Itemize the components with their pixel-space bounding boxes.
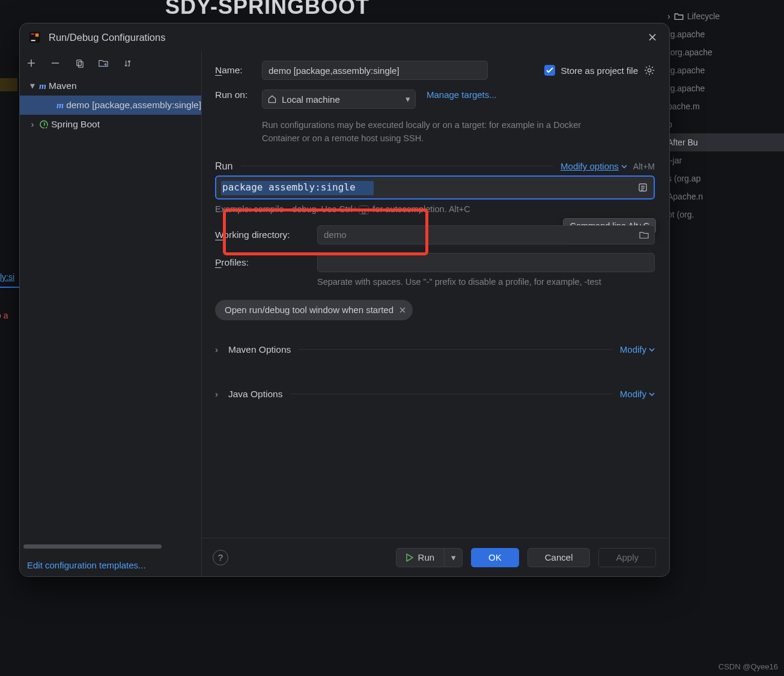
chevron-right-icon: › — [28, 119, 37, 130]
svg-point-10 — [648, 69, 651, 72]
svg-rect-1 — [31, 34, 34, 35]
question-icon: ? — [218, 552, 223, 562]
tree-maven-group[interactable]: ▾ m Maven — [20, 76, 201, 96]
config-editor: Name: Store as project file Run on: — [202, 51, 669, 576]
chevron-down-icon: ▾ — [451, 552, 456, 563]
close-button[interactable] — [645, 30, 660, 44]
add-config-button[interactable] — [25, 56, 38, 70]
chip-remove-button[interactable] — [400, 305, 406, 315]
chip-label: Open run/debug tool window when started — [225, 305, 394, 315]
expand-icon[interactable] — [638, 183, 648, 192]
bg-row-highlighted: After Bu — [664, 133, 784, 151]
apply-button[interactable]: Apply — [598, 548, 656, 567]
configurations-sidebar: az ▾ m Maven m demo [package,assembly:si… — [20, 51, 202, 576]
run-button[interactable]: Run — [397, 549, 445, 567]
bg-row: t-jar — [664, 151, 784, 169]
edit-templates-link[interactable]: Edit configuration templates... — [27, 560, 146, 570]
run-on-select[interactable]: Local machine ▾ — [262, 90, 416, 109]
background-right-panel: › Lifecycle rg.apache (org.apache rg.apa… — [664, 0, 784, 676]
run-split-button[interactable]: Run ▾ — [396, 548, 463, 567]
manage-targets-link[interactable]: Manage targets... — [427, 90, 497, 100]
profiles-hint: Separate with spaces. Use "-" prefix to … — [317, 277, 655, 287]
chevron-down-icon: ▾ — [406, 94, 410, 105]
run-on-value: Local machine — [282, 94, 340, 105]
maven-icon: m — [39, 81, 46, 91]
profiles-input[interactable] — [317, 253, 655, 272]
config-name-input[interactable] — [262, 61, 488, 80]
bg-row: rg.apache — [664, 79, 784, 97]
svg-rect-5 — [78, 61, 83, 67]
tree-label: Spring Boot — [51, 119, 100, 130]
chevron-down-icon — [621, 163, 627, 169]
sidebar-toolbar: az — [20, 51, 201, 75]
tree-label: demo [package,assembly:single] — [66, 100, 201, 111]
check-icon — [546, 67, 553, 73]
bg-row: Apache.n — [664, 187, 784, 206]
folder-add-icon — [99, 58, 108, 68]
svg-rect-3 — [35, 34, 38, 37]
bg-row: rg.apache — [664, 25, 784, 43]
chevron-down-icon — [649, 391, 655, 397]
help-button[interactable]: ? — [213, 550, 228, 565]
store-as-project-file-checkbox[interactable] — [544, 65, 555, 76]
section-label: Maven Options — [228, 344, 291, 355]
folder-icon[interactable] — [639, 231, 649, 239]
open-tool-window-chip[interactable]: Open run/debug tool window when started — [215, 300, 413, 320]
dialog-footer: ? Run ▾ OK Cancel Apply — [202, 538, 669, 576]
bg-row: pache.m — [664, 97, 784, 115]
run-dropdown-button[interactable]: ▾ — [444, 549, 462, 567]
cancel-button[interactable]: Cancel — [527, 548, 591, 567]
working-directory-input[interactable] — [317, 225, 655, 245]
svg-text:z: z — [127, 64, 129, 67]
run-section-header: Run — [215, 161, 232, 172]
folder-icon — [674, 12, 684, 20]
run-on-label: Run on: — [215, 90, 262, 100]
bg-row: › Lifecycle — [664, 7, 784, 25]
bg-row: p — [664, 115, 784, 133]
working-dir-label: Working directory: — [215, 230, 317, 240]
config-tree: ▾ m Maven m demo [package,assembly:singl… — [20, 75, 201, 542]
close-icon — [400, 307, 406, 313]
chevron-right-icon: › — [215, 389, 225, 399]
bg-row: (org.apache — [664, 43, 784, 61]
bg-row: ot (org. — [664, 206, 784, 224]
sort-config-button[interactable]: az — [121, 56, 134, 70]
svg-rect-4 — [76, 59, 81, 65]
home-icon — [267, 94, 277, 104]
tree-demo-config[interactable]: m demo [package,assembly:single] — [20, 96, 201, 115]
tree-horizontal-scrollbar[interactable] — [23, 542, 198, 550]
modify-java-link[interactable]: Modify — [620, 389, 655, 399]
modify-maven-link[interactable]: Modify — [620, 344, 655, 355]
profiles-label: Profiles: — [215, 257, 317, 268]
kbd-space-icon: ␣ — [359, 206, 369, 215]
minus-icon — [50, 58, 60, 68]
copy-icon — [75, 59, 84, 68]
run-on-help: Run configurations may be executed local… — [262, 118, 586, 145]
remove-config-button[interactable] — [49, 56, 62, 70]
background-lower-left: ly:si o a — [0, 267, 19, 320]
chevron-down-icon — [649, 347, 655, 353]
tree-springboot-group[interactable]: › Spring Boot — [20, 115, 201, 134]
plus-icon — [26, 58, 36, 68]
java-options-section[interactable]: › Java Options Modify — [215, 385, 655, 403]
modify-options-link[interactable]: Modify options — [561, 161, 627, 171]
save-config-button[interactable] — [97, 56, 110, 70]
bg-row: rg.apache — [664, 61, 784, 79]
tree-label: Maven — [49, 81, 77, 91]
background-project-title: SDY-SPRINGBOOT — [165, 0, 369, 19]
bg-row: s (org.ap — [664, 169, 784, 187]
name-label: Name: — [215, 65, 262, 76]
svg-rect-2 — [31, 40, 35, 41]
ok-button[interactable]: OK — [471, 548, 519, 567]
maven-options-section[interactable]: › Maven Options Modify — [215, 341, 655, 359]
play-icon — [406, 553, 413, 562]
background-orange-tab — [0, 78, 17, 91]
gear-icon[interactable] — [644, 65, 655, 76]
dialog-titlebar: Run/Debug Configurations — [20, 23, 669, 51]
watermark: CSDN @Qyee16 — [719, 662, 778, 671]
run-button-label: Run — [418, 552, 435, 562]
chevron-right-icon: › — [215, 344, 225, 355]
copy-config-button[interactable] — [73, 56, 86, 70]
command-line-input[interactable]: package assembly:single — [215, 175, 655, 199]
sort-icon: az — [123, 59, 132, 68]
